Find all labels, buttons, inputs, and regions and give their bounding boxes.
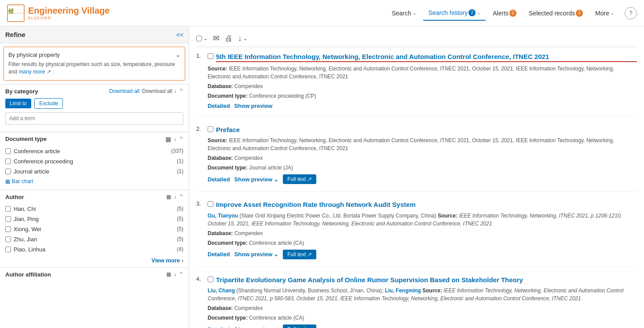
author-collapse[interactable]: ⌃ [179,194,183,200]
author-zhu-jian-count: (5) [177,236,183,242]
result-3-fulltext-button[interactable]: Full text ↗ [283,250,316,259]
nav-more-chevron: ⌄ [611,11,614,15]
result-4-number: 4. [196,276,205,282]
exclude-button[interactable]: Exclude [34,98,63,109]
view-more-row: View more › [5,257,183,264]
select-all-chevron[interactable]: ⌄ [204,36,208,41]
result-4-author2-link[interactable]: Liu, Fengming [385,287,421,294]
nav-more[interactable]: More ⌄ [590,6,619,20]
print-icon[interactable]: 🖨 [225,34,233,43]
document-type-collapse[interactable]: ⌃ [179,136,183,142]
physical-property-header[interactable]: By physical property ⌄ [8,52,180,58]
author-zhu-jian-checkbox[interactable] [5,236,11,242]
download-icon[interactable]: ↓ [238,34,242,43]
result-4-header: 4. Tripartite Evolutionary Game Analysis… [196,276,637,284]
by-category-section: By category Download all Download all ↓ … [0,84,189,132]
author-piao-linhua-count: (4) [177,246,183,252]
result-2-checkbox[interactable] [208,126,213,132]
author-piao-linhua-checkbox[interactable] [5,247,11,252]
show-preview-4-chevron: ⌄ [274,326,278,328]
download-all-label[interactable]: Download all [109,88,139,94]
view-more-link[interactable]: View more [151,257,180,264]
doc-type-bar-chart-link[interactable]: ▦ Bar chart [5,177,183,186]
result-2-title[interactable]: Preface [216,125,637,134]
result-3-title[interactable]: Improve Asset Recognition Rate through N… [216,200,637,209]
author-piao-linhua: Piao, Linhua (4) [5,244,183,254]
sidebar: Refine << By physical property ⌄ Filter … [0,26,189,328]
author-affiliation-header: Author affiliation ▦ ↓ ⌃ [5,271,183,278]
bar-chart-icon[interactable]: ▦ [165,136,171,143]
result-2-fulltext-button[interactable]: Full text ↗ [283,174,316,184]
result-1-show-preview-button[interactable]: Show preview [234,103,273,109]
journal-article-checkbox[interactable] [5,169,11,174]
result-4-detailed-link[interactable]: Detailed [208,326,230,328]
nav-search-chevron: ⌄ [413,11,416,15]
select-all-control: ⌄ [196,36,208,41]
physical-property-title: By physical property [8,52,60,58]
conference-article-checkbox[interactable] [5,148,11,154]
result-2-detailed-link[interactable]: Detailed [208,176,230,183]
author-xiong-wei-count: (5) [177,226,183,232]
download-icon[interactable]: ↓ [174,136,176,142]
show-preview-3-chevron: ⌄ [274,251,278,258]
result-1-body: Source: IEEE Information Technology, Net… [208,65,637,109]
logo-text: Engineering Village [28,6,110,16]
elsevier-logo-icon: 🌿 EV [7,4,25,22]
result-3-header: 3. Improve Asset Recognition Rate throug… [196,200,637,209]
result-3-author-link[interactable]: Gu, Tianyou [208,213,238,219]
result-3-detailed-link[interactable]: Detailed [208,251,230,258]
result-3-doctype: Document type: Conference article (CA) [208,239,637,247]
nav-alerts[interactable]: Alerts 0 [487,6,522,20]
document-type-header: Document type ▦ ↓ ⌃ [5,136,183,143]
nav-search-history[interactable]: Search history 2 ⌄ [423,6,486,21]
result-1-checkbox[interactable] [208,53,213,59]
result-2-source: Source: IEEE Information Technology, Net… [208,136,637,152]
download-chevron[interactable]: ⌄ [243,36,247,41]
nav-search[interactable]: Search ⌄ [386,6,421,20]
by-category-title: By category [5,88,38,95]
result-4-checkbox[interactable] [208,276,213,282]
result-2-number: 2. [196,125,205,132]
result-1-detailed-link[interactable]: Detailed [208,103,230,109]
limit-to-button[interactable]: Limit to [5,99,31,108]
conference-proceeding-checkbox[interactable] [5,158,11,164]
author-affiliation-collapse[interactable]: ⌃ [179,271,183,277]
email-icon[interactable]: ✉ [213,33,220,43]
result-2-body: Source: IEEE Information Technology, Net… [208,136,637,184]
result-3-body: Gu, Tianyou (State Grid Xinjiang Electri… [208,212,637,259]
results-toolbar: ⌄ ✉ 🖨 ↓ ⌄ [196,30,637,47]
author-header: Author ▦ ↓ ⌃ [5,194,183,200]
result-1-title[interactable]: 5th IEEE Information Technology, Network… [216,52,637,62]
nav-selected-records[interactable]: Selected records 0 [523,6,588,20]
main-nav: Search ⌄ Search history 2 ⌄ Alerts 0 Sel… [386,6,637,21]
add-term-input[interactable] [5,112,183,125]
result-3-show-preview-button[interactable]: Show preview ⌄ [234,251,279,258]
doc-type-conference-proceeding: Conference proceeding (1) [5,156,183,166]
help-button[interactable]: ? [625,7,637,19]
author-affiliation-download-icon[interactable]: ↓ [174,271,176,277]
result-item-1: 1. 5th IEEE Information Technology, Netw… [196,52,637,117]
result-3-checkbox[interactable] [208,201,213,207]
result-4-author1-link[interactable]: Liu, Chang [208,287,235,294]
doc-type-conference-article: Conference article (337) [5,146,183,156]
result-4-title[interactable]: Tripartite Evolutionary Game Analysis of… [216,276,637,284]
conference-proceeding-label: Conference proceeding [14,158,73,165]
section-collapse-icon[interactable]: ⌃ [179,88,183,94]
result-4-fulltext-button[interactable]: Full text ↗ [283,324,316,328]
select-all-checkbox[interactable] [196,36,202,41]
physical-property-link[interactable]: many more ↗ [18,69,51,75]
author-jian-ping-checkbox[interactable] [5,216,11,222]
result-4-show-preview-button[interactable]: Show preview ⌄ [234,326,279,328]
result-item-3: 3. Improve Asset Recognition Rate throug… [196,200,637,267]
author-download-icon[interactable]: ↓ [174,194,176,200]
author-affiliation-actions: ▦ ↓ ⌃ [166,271,183,277]
result-2-actions: Detailed Show preview ⌄ Full text ↗ [208,174,637,184]
result-2-doctype: Document type: Journal article (JA) [208,164,637,172]
author-affiliation-bar-chart-icon[interactable]: ▦ [166,271,171,277]
author-han-chi-checkbox[interactable] [5,206,11,212]
result-2-show-preview-button[interactable]: Show preview ⌄ [234,176,279,183]
sidebar-collapse-button[interactable]: << [176,31,183,38]
result-4-authors: Liu, Chang (Shandong Normal University, … [208,287,637,302]
author-bar-chart-icon[interactable]: ▦ [166,194,171,200]
author-xiong-wei-checkbox[interactable] [5,226,11,232]
